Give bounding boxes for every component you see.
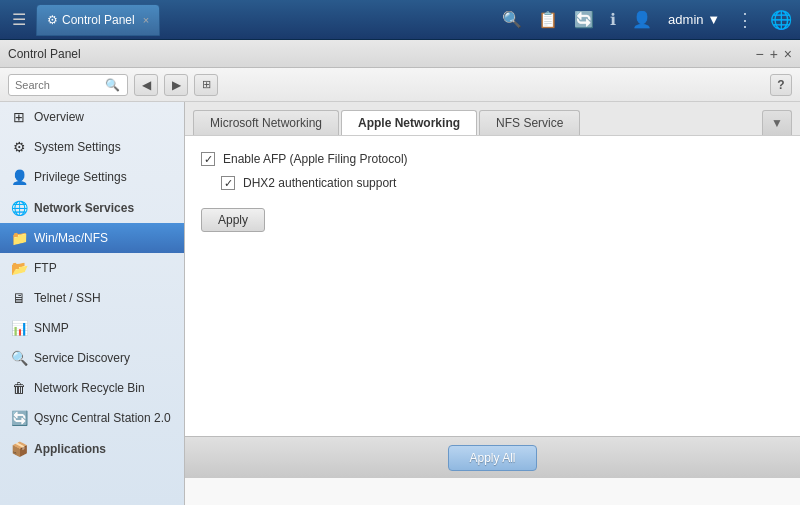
sidebar-label-system-settings: System Settings [34,140,121,154]
window-title: Control Panel [8,47,81,61]
snmp-icon: 📊 [10,320,28,336]
sidebar-item-ftp[interactable]: 📂 FTP [0,253,184,283]
search-input[interactable] [15,79,105,91]
refresh-icon[interactable]: 🔄 [574,10,594,29]
sidebar-label-privilege-settings: Privilege Settings [34,170,127,184]
enable-afp-checkbox[interactable]: ✓ [201,152,215,166]
enable-afp-label: Enable AFP (Apple Filing Protocol) [223,152,408,166]
enable-afp-row: ✓ Enable AFP (Apple Filing Protocol) [201,152,784,166]
content-body: ✓ Enable AFP (Apple Filing Protocol) ✓ D… [185,136,800,436]
control-panel-window: Control Panel − + × 🔍 ◀ ▶ ⊞ ? ⊞ Overview… [0,40,800,505]
sidebar: ⊞ Overview ⚙ System Settings 👤 Privilege… [0,102,185,505]
sidebar-item-qsync[interactable]: 🔄 Qsync Central Station 2.0 [0,403,184,433]
applications-icon: 📦 [10,441,28,457]
sidebar-label-ftp: FTP [34,261,57,275]
maximize-button[interactable]: + [770,46,778,62]
win-mac-nfs-icon: 📁 [10,230,28,246]
search-submit-icon[interactable]: 🔍 [105,78,120,92]
sidebar-item-service-discovery[interactable]: 🔍 Service Discovery [0,343,184,373]
sidebar-label-telnet-ssh: Telnet / SSH [34,291,101,305]
back-button[interactable]: ◀ [134,74,158,96]
sidebar-label-network-recycle-bin: Network Recycle Bin [34,381,145,395]
tab-apple-networking-label: Apple Networking [358,116,460,130]
help-button[interactable]: ? [770,74,792,96]
topbar-right: 🔍 📋 🔄 ℹ 👤 admin ▼ ⋮ 🌐 [502,9,792,31]
network-status-icon: 🌐 [770,9,792,31]
admin-button[interactable]: admin ▼ [668,12,720,27]
sidebar-label-service-discovery: Service Discovery [34,351,130,365]
system-settings-icon: ⚙ [10,139,28,155]
ftp-icon: 📂 [10,260,28,276]
forward-button[interactable]: ▶ [164,74,188,96]
sidebar-item-privilege-settings[interactable]: 👤 Privilege Settings [0,162,184,192]
sidebar-item-snmp[interactable]: 📊 SNMP [0,313,184,343]
qsync-icon: 🔄 [10,410,28,426]
sidebar-label-network-services: Network Services [34,201,134,215]
content-panel: Microsoft Networking Apple Networking NF… [185,102,800,505]
network-services-icon: 🌐 [10,200,28,216]
menu-icon[interactable]: ☰ [8,6,30,33]
sidebar-item-win-mac-nfs[interactable]: 📁 Win/Mac/NFS [0,223,184,253]
sidebar-item-system-settings[interactable]: ⚙ System Settings [0,132,184,162]
window-toolbar: 🔍 ◀ ▶ ⊞ ? [0,68,800,102]
overview-icon: ⊞ [10,109,28,125]
tab-nfs-service[interactable]: NFS Service [479,110,580,135]
sidebar-item-telnet-ssh[interactable]: 🖥 Telnet / SSH [0,283,184,313]
main-content: ⊞ Overview ⚙ System Settings 👤 Privilege… [0,102,800,505]
privilege-settings-icon: 👤 [10,169,28,185]
telnet-ssh-icon: 🖥 [10,290,28,306]
tab-apple-networking[interactable]: Apple Networking [341,110,477,135]
search-icon[interactable]: 🔍 [502,10,522,29]
control-panel-tab[interactable]: ⚙ Control Panel × [36,4,160,36]
dhx2-checkbox[interactable]: ✓ [221,176,235,190]
apply-all-button[interactable]: Apply All [448,445,536,471]
sidebar-item-overview[interactable]: ⊞ Overview [0,102,184,132]
tab-nfs-service-label: NFS Service [496,116,563,130]
files-icon[interactable]: 📋 [538,10,558,29]
grid-view-button[interactable]: ⊞ [194,74,218,96]
tab-favicon: ⚙ [47,13,58,27]
sidebar-label-snmp: SNMP [34,321,69,335]
sidebar-section-applications: 📦 Applications [0,433,184,464]
sidebar-label-win-mac-nfs: Win/Mac/NFS [34,231,108,245]
window-controls: − + × [755,46,792,62]
tab-close-icon[interactable]: × [143,14,149,26]
tab-microsoft-networking[interactable]: Microsoft Networking [193,110,339,135]
tab-microsoft-networking-label: Microsoft Networking [210,116,322,130]
sidebar-section-network-services: 🌐 Network Services [0,192,184,223]
close-button[interactable]: × [784,46,792,62]
sidebar-label-applications: Applications [34,442,106,456]
sidebar-label-overview: Overview [34,110,84,124]
window-titlebar: Control Panel − + × [0,40,800,68]
info-icon[interactable]: ℹ [610,10,616,29]
sidebar-item-network-recycle-bin[interactable]: 🗑 Network Recycle Bin [0,373,184,403]
topbar-left: ☰ ⚙ Control Panel × [8,4,160,36]
tab-overflow-button[interactable]: ▼ [762,110,792,135]
dhx2-label: DHX2 authentication support [243,176,396,190]
apply-button[interactable]: Apply [201,208,265,232]
bottom-bar: Apply All [185,436,800,478]
search-box[interactable]: 🔍 [8,74,128,96]
network-recycle-bin-icon: 🗑 [10,380,28,396]
more-icon[interactable]: ⋮ [736,9,754,31]
minimize-button[interactable]: − [755,46,763,62]
dhx2-row: ✓ DHX2 authentication support [221,176,784,190]
service-discovery-icon: 🔍 [10,350,28,366]
topbar: ☰ ⚙ Control Panel × 🔍 📋 🔄 ℹ 👤 admin ▼ ⋮ … [0,0,800,40]
user-icon[interactable]: 👤 [632,10,652,29]
tabs-container: Microsoft Networking Apple Networking NF… [185,102,800,136]
sidebar-label-qsync: Qsync Central Station 2.0 [34,411,171,425]
tab-label: Control Panel [62,13,135,27]
